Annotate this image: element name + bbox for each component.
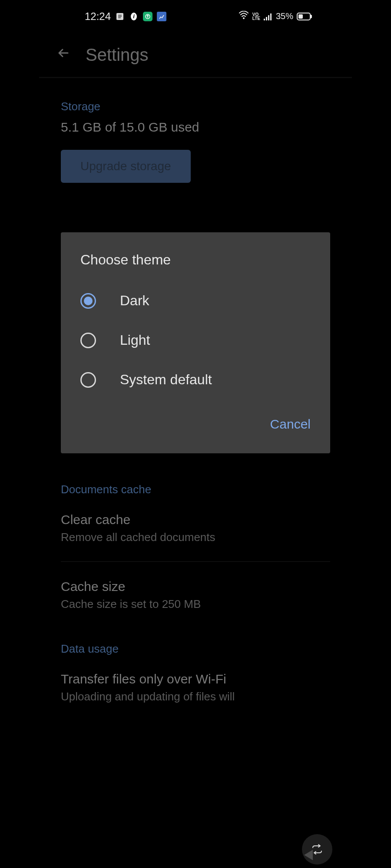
cancel-button[interactable]: Cancel: [268, 413, 313, 436]
theme-option-system-default[interactable]: System default: [61, 360, 330, 399]
radio-label: Dark: [120, 293, 149, 309]
radio-label: System default: [120, 372, 212, 388]
radio-unselected-icon: [80, 372, 96, 388]
navigation-bar: [39, 842, 352, 868]
radio-selected-icon: [80, 293, 96, 309]
dialog-title: Choose theme: [61, 252, 330, 281]
radio-label: Light: [120, 332, 150, 348]
theme-dialog: Choose theme Dark Light System default C…: [61, 232, 330, 453]
rotate-screen-button[interactable]: [302, 834, 332, 865]
theme-option-light[interactable]: Light: [61, 320, 330, 360]
theme-option-dark[interactable]: Dark: [61, 281, 330, 320]
dialog-overlay[interactable]: Choose theme Dark Light System default C…: [39, 0, 352, 868]
radio-unselected-icon: [80, 333, 96, 348]
